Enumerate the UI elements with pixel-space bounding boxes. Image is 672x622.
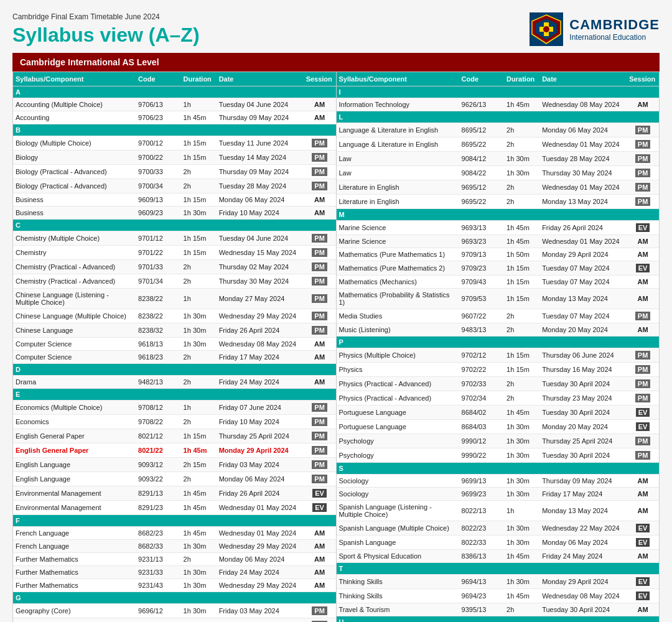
page-subtitle: Cambridge Final Exam Timetable June 2024 (12, 12, 200, 21)
section-header: Cambridge International AS Level (12, 53, 660, 72)
component-cell: Further Mathematics (13, 579, 136, 592)
duration-cell: 1h 15m (181, 193, 217, 207)
component-cell: Music (Listening) (337, 323, 459, 337)
duration-cell: 2h (181, 165, 217, 179)
session-pm-badge: PM (635, 379, 651, 388)
code-cell: 8695/22 (459, 137, 505, 152)
component-cell: Thinking Skills (337, 589, 459, 603)
session-am-badge: AM (638, 238, 648, 245)
table-row: Mathematics (Mechanics) 9709/43 1h 15m T… (337, 276, 660, 289)
table-row: Literature in English 9695/12 2h Wednesd… (337, 180, 660, 195)
session-am-badge: AM (638, 606, 648, 613)
component-cell: Environmental Management (13, 501, 136, 515)
duration-cell: 2h (181, 376, 217, 389)
date-cell: Friday 17 May 2024 (539, 488, 627, 501)
session-cell: EV (627, 221, 659, 235)
code-cell: 8022/13 (459, 501, 505, 521)
code-cell: 9702/34 (459, 391, 505, 406)
duration-cell: 1h 15m (504, 348, 539, 363)
component-cell: Further Mathematics (13, 553, 136, 566)
session-ev-badge: EV (312, 489, 327, 498)
session-am-badge: AM (314, 569, 325, 576)
component-cell: Physics (Practical - Advanced) (337, 391, 459, 406)
code-cell: 9700/22 (136, 151, 181, 165)
component-cell: Portuguese Language (337, 420, 459, 434)
date-cell: Monday 06 May 2024 (539, 123, 627, 137)
session-cell: AM (627, 603, 659, 616)
code-cell: 9231/13 (136, 553, 181, 566)
table-row: Environmental Management 8291/13 1h 45m … (13, 486, 336, 501)
session-cell: AM (627, 276, 659, 289)
duration-cell: 1h (181, 401, 217, 415)
table-row: Psychology 9990/22 1h 30m Tuesday 30 Apr… (337, 448, 660, 463)
duration-cell: 1h (181, 289, 217, 309)
session-pm-badge: PM (312, 167, 327, 176)
session-am-badge: AM (314, 209, 325, 216)
session-am-badge: AM (314, 101, 325, 108)
duration-cell: 2h (181, 260, 217, 274)
table-row: Chinese Language (Multiple Choice) 8238/… (13, 309, 336, 323)
date-cell: Wednesday 01 May 2024 (217, 501, 304, 515)
component-cell: Chemistry (Practical - Advanced) (13, 274, 136, 289)
component-cell: English Language (13, 472, 136, 486)
date-cell: Wednesday 15 May 2024 (217, 246, 304, 260)
date-cell: Tuesday 04 June 2024 (217, 98, 304, 111)
table-row: Literature in English 9695/22 2h Monday … (337, 195, 660, 209)
session-am-badge: AM (638, 326, 648, 333)
duration-cell: 1h 45m (181, 486, 217, 501)
table-row: Spanish Language 8022/33 1h 30m Monday 0… (337, 536, 660, 550)
duration-cell: 2h (504, 391, 539, 406)
duration-cell: 2h (504, 137, 539, 152)
component-cell: Spanish Language (337, 536, 459, 550)
component-cell: Law (337, 166, 459, 180)
date-cell: Wednesday 08 May 2024 (539, 589, 627, 603)
code-cell: 8695/12 (459, 123, 505, 137)
table-row: Travel & Tourism 9395/13 2h Tuesday 30 A… (337, 603, 660, 616)
table-row: Marine Science 9693/23 1h 45m Wednesday … (337, 235, 660, 248)
duration-cell: 1h 30m (504, 475, 539, 488)
table-row: Accounting 9706/23 1h 45m Thursday 09 Ma… (13, 111, 336, 124)
session-am-badge: AM (638, 278, 648, 285)
table-row: Chemistry 9701/22 1h 15m Wednesday 15 Ma… (13, 246, 336, 260)
duration-cell: 1h 45m (181, 443, 217, 458)
table-row: Portuguese Language 8684/03 1h 30m Monda… (337, 420, 660, 434)
session-cell: AM (627, 501, 659, 521)
table-row: Law 9084/12 1h 30m Tuesday 28 May 2024 P… (337, 152, 660, 166)
component-cell: Computer Science (13, 351, 136, 364)
date-cell: Friday 10 May 2024 (217, 415, 304, 429)
date-cell: Thursday 06 June 2024 (539, 348, 627, 363)
component-cell: Spanish Language (Multiple Choice) (337, 521, 459, 536)
date-cell: Monday 06 May 2024 (217, 472, 304, 486)
table-row: English Language 9093/22 2h Monday 06 Ma… (13, 472, 336, 486)
code-cell: 9709/43 (459, 276, 505, 289)
code-cell: 9708/12 (136, 401, 181, 415)
session-ev-badge: EV (636, 264, 650, 272)
session-cell: EV (627, 575, 659, 589)
component-cell: Chinese Language (13, 323, 136, 338)
table-row: Music (Listening) 9483/13 2h Monday 20 M… (337, 323, 660, 337)
session-am-badge: AM (314, 340, 325, 348)
date-cell: Friday 03 May 2024 (217, 458, 304, 472)
letter-cell: P (337, 337, 660, 348)
table-row: Language & Literature in English 8695/22… (337, 137, 660, 152)
session-pm-badge: PM (635, 140, 651, 149)
code-cell: 9695/12 (459, 180, 505, 195)
component-cell: Physics (Multiple Choice) (337, 348, 459, 363)
duration-cell: 1h 45m (504, 550, 539, 563)
component-cell: Drama (13, 376, 136, 389)
code-cell: 9626/13 (459, 98, 505, 111)
component-cell: Mathematics (Pure Mathematics 1) (337, 248, 459, 261)
code-cell: 9990/22 (459, 448, 505, 463)
code-cell: 8682/23 (136, 527, 181, 540)
duration-cell: 1h 15m (504, 276, 539, 289)
table-row: Further Mathematics 9231/13 2h Monday 06… (13, 553, 336, 566)
component-cell: Chemistry (13, 246, 136, 260)
date-cell: Friday 24 May 2024 (217, 376, 304, 389)
duration-cell: 2h (504, 377, 539, 391)
duration-cell: 1h 30m (504, 434, 539, 448)
table-row: Sociology 9699/13 1h 30m Thursday 09 May… (337, 475, 660, 488)
duration-cell: 1h 30m (181, 323, 217, 338)
duration-cell: 2h (504, 323, 539, 337)
component-cell: Sociology (337, 475, 459, 488)
session-cell: PM (627, 363, 659, 377)
